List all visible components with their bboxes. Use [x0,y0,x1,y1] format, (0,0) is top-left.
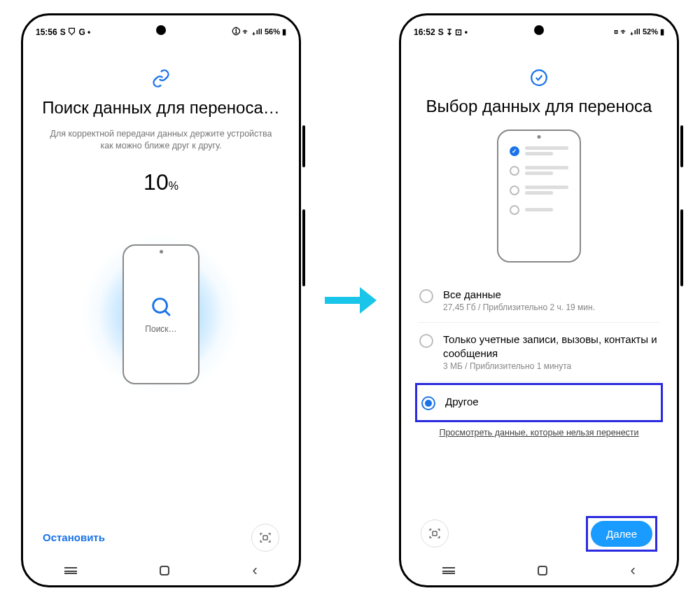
selection-illustration [497,130,581,263]
page-title: Выбор данных для переноса [418,95,660,117]
svg-rect-6 [433,531,437,536]
link-icon [40,69,282,91]
searching-label: Поиск… [145,324,176,334]
nav-back-button[interactable]: ‹ [253,561,258,580]
page-subtitle: Для корректной передачи данных держите у… [40,128,282,153]
radio-icon-selected [421,396,435,410]
nav-home-button[interactable] [160,566,169,575]
status-time: 16:52 [414,27,435,37]
android-navbar: ‹ [401,556,677,585]
search-graphic: Поиск… [40,223,282,405]
bottom-bar: Далее [418,509,660,556]
status-indicators-left: S ↧ ⊡ • [438,27,468,37]
status-indicators-left: S ⛉ G • [60,27,91,37]
highlight-next: Далее [586,516,657,552]
option-other[interactable]: Другое [420,385,658,420]
svg-rect-2 [263,536,267,540]
option-list: Все данные 27,45 Гб / Приблизительно 2 ч… [418,278,660,424]
phone-left: 15:56 S ⛉ G • ⓘ ᯤ ₊ıll 56% ▮ Поиск данны… [21,13,301,587]
mini-phone-illustration: Поиск… [122,244,200,384]
option-label: Только учетные записи, вызовы, контакты … [443,333,659,360]
bottom-bar: Остановить [40,517,282,556]
scan-qr-button[interactable] [421,519,449,547]
progress-number: 10 [144,169,169,195]
view-untransferable-link[interactable]: Просмотреть данные, которые нельзя перен… [418,428,660,438]
option-meta: 27,45 Гб / Приблизительно 2 ч. 19 мин. [443,302,595,312]
android-navbar: ‹ [23,556,299,585]
option-accounts-only[interactable]: Только учетные записи, вызовы, контакты … [418,323,660,382]
option-meta: 3 МБ / Приблизительно 1 минута [443,361,659,371]
check-circle-icon [418,69,660,90]
status-time: 15:56 [36,27,57,37]
option-label: Другое [445,395,479,409]
svg-line-1 [165,310,170,315]
highlight-other: Другое [415,383,663,422]
radio-icon [419,289,433,303]
status-indicators-right: ⊡ ᯤ ₊ıll 52% ▮ [614,27,664,36]
option-label: Все данные [443,288,595,302]
screen-search: Поиск данных для переноса… Для корректно… [23,45,299,556]
svg-marker-4 [360,287,377,314]
nav-recent-button[interactable] [64,567,77,574]
status-indicators-right: ⓘ ᯤ ₊ıll 56% ▮ [232,27,286,36]
magnify-icon [149,295,173,319]
radio-icon [419,334,433,348]
progress-value: 10% [40,169,282,195]
camera-hole [534,25,544,35]
nav-home-button[interactable] [538,566,547,575]
arrow-between [322,283,378,318]
svg-point-5 [531,70,547,85]
next-button[interactable]: Далее [591,521,652,547]
svg-point-0 [153,298,167,312]
page-title: Поиск данных для переноса… [40,97,282,118]
option-all-data[interactable]: Все данные 27,45 Гб / Приблизительно 2 ч… [418,278,660,323]
stop-button[interactable]: Остановить [43,531,105,543]
screen-select: Выбор данных для переноса Все данные 27,… [401,45,677,556]
nav-recent-button[interactable] [442,567,455,574]
nav-back-button[interactable]: ‹ [631,561,636,580]
progress-percent-sign: % [169,180,178,192]
scan-qr-button[interactable] [251,524,279,552]
phone-right: 16:52 S ↧ ⊡ • ⊡ ᯤ ₊ıll 52% ▮ Выбор данны… [399,13,679,587]
camera-hole [156,25,166,35]
